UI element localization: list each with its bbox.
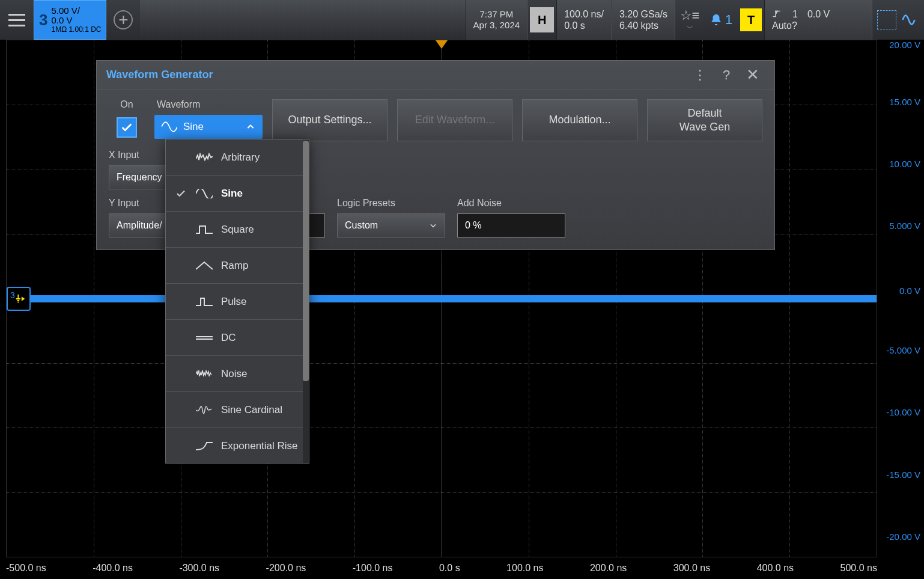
waveform-label: Waveform	[154, 99, 263, 110]
menu-button[interactable]	[0, 0, 34, 40]
noise-icon	[196, 369, 213, 379]
top-toolbar: 3 5.00 V/ 0.0 V 1MΩ 1.00:1 DC + 7:37 PM …	[0, 0, 924, 40]
option-label: Pulse	[221, 296, 247, 308]
channel-3-trace	[7, 295, 877, 302]
x-tick: 300.0 ns	[673, 563, 710, 574]
x-tick: -400.0 ns	[93, 563, 133, 574]
trigger-channel: 1	[792, 8, 798, 20]
y-tick: 0.0 V	[899, 286, 920, 296]
arb-icon	[196, 153, 213, 162]
on-checkbox[interactable]	[117, 117, 137, 138]
waveform-option-sine[interactable]: Sine	[166, 176, 309, 212]
x-tick: -300.0 ns	[179, 563, 219, 574]
option-label: Ramp	[221, 260, 248, 272]
waveform-selected: Sine	[183, 121, 204, 133]
add-channel-button[interactable]: +	[114, 10, 133, 29]
notification-count: 1	[725, 12, 732, 28]
channel-coupling: 1MΩ 1.00:1 DC	[51, 26, 101, 34]
x-tick: 100.0 ns	[506, 563, 543, 574]
x-tick: -500.0 ns	[6, 563, 46, 574]
x-tick: 400.0 ns	[757, 563, 794, 574]
channel-vdiv: 5.00 V/	[51, 6, 101, 16]
trigger-mode: Auto?	[772, 20, 865, 31]
option-label: DC	[221, 332, 236, 344]
check-icon	[120, 121, 133, 134]
waveform-option-ramp[interactable]: Ramp	[166, 248, 309, 284]
zoom-select-button[interactable]	[877, 10, 896, 29]
dialog-title: Waveform Generator	[106, 69, 685, 81]
channel-offset: 0.0 V	[51, 16, 101, 26]
x-tick: 200.0 ns	[590, 563, 627, 574]
bell-icon	[710, 13, 723, 26]
waveform-dropdown[interactable]: Sine	[154, 115, 263, 139]
waveform-option-exprise[interactable]: Exponential Rise	[166, 428, 309, 464]
waveform-option-dc[interactable]: DC	[166, 320, 309, 356]
x-axis: -500.0 ns -400.0 ns -300.0 ns -200.0 ns …	[6, 557, 877, 579]
on-label: On	[120, 99, 133, 110]
time-offset-value: 0.0 s	[564, 20, 604, 31]
trigger-button[interactable]: T	[740, 8, 762, 31]
close-icon: ✕	[746, 66, 759, 84]
close-button[interactable]: ✕	[741, 63, 765, 87]
pulse-icon	[196, 297, 213, 307]
y-input-dropdown[interactable]: Amplitude/	[109, 213, 169, 237]
option-label: Square	[221, 224, 254, 236]
timebase-value: 100.0 ns/	[564, 8, 604, 20]
default-wavegen-button[interactable]: DefaultWave Gen	[647, 99, 762, 141]
acquisition-box[interactable]: 3.20 GSa/s 6.40 kpts	[612, 0, 675, 40]
help-button[interactable]: ?	[714, 63, 738, 87]
y-tick: -5.000 V	[886, 345, 920, 355]
option-label: Sine Cardinal	[221, 404, 282, 416]
y-tick: 20.00 V	[889, 40, 920, 50]
chevron-down-icon	[429, 221, 437, 230]
waveform-option-pulse[interactable]: Pulse	[166, 284, 309, 320]
square-icon	[196, 225, 213, 234]
dialog-titlebar[interactable]: Waveform Generator ⋮ ? ✕	[97, 61, 774, 90]
logic-presets-label: Logic Presets	[337, 198, 445, 209]
output-settings-button[interactable]: Output Settings...	[272, 99, 388, 141]
y-tick: 15.00 V	[889, 97, 920, 107]
ground-icon	[14, 292, 27, 305]
kebab-icon: ⋮	[693, 67, 707, 83]
y-tick: -10.00 V	[886, 407, 920, 417]
waveform-option-sinc[interactable]: Sine Cardinal	[166, 392, 309, 428]
date-label: Apr 3, 2024	[473, 20, 520, 31]
x-tick: 500.0 ns	[840, 563, 877, 574]
waveform-option-noise[interactable]: Noise	[166, 356, 309, 392]
sample-points: 6.40 kpts	[619, 20, 667, 31]
x-tick: -200.0 ns	[266, 563, 306, 574]
trigger-position-marker[interactable]	[436, 40, 448, 49]
y-axis: 20.00 V 15.00 V 10.00 V 5.000 V 0.0 V -5…	[877, 40, 924, 557]
trigger-level: 0.0 V	[807, 8, 830, 20]
trigger-box[interactable]: 1 0.0 V Auto?	[764, 0, 872, 40]
edit-waveform-button[interactable]: Edit Waveform...	[397, 99, 512, 141]
exprise-icon	[196, 441, 213, 451]
sinc-icon	[196, 405, 213, 415]
x-input-dropdown[interactable]: Frequency	[109, 165, 169, 189]
datetime-box[interactable]: 7:37 PM Apr 3, 2024	[466, 0, 528, 40]
waveform-option-arb[interactable]: Arbitrary	[166, 139, 309, 176]
more-options-button[interactable]: ⋮	[688, 63, 712, 87]
x-input-label: X Input	[109, 150, 169, 161]
horizontal-button[interactable]: H	[530, 7, 554, 32]
chevron-down-icon: ﹀	[687, 23, 693, 32]
notifications-button[interactable]: 1	[704, 0, 738, 40]
waveform-option-square[interactable]: Square	[166, 212, 309, 248]
y-tick: -15.00 V	[886, 470, 920, 480]
x-tick: 0.0 s	[439, 563, 460, 574]
timebase-box[interactable]: 100.0 ns/ 0.0 s	[556, 0, 612, 40]
channel-info-box[interactable]: 3 5.00 V/ 0.0 V 1MΩ 1.00:1 DC	[34, 0, 106, 40]
y-tick: -20.00 V	[886, 532, 920, 542]
sine-mode-icon[interactable]	[901, 11, 919, 29]
option-label: Noise	[221, 368, 247, 380]
y-input-label: Y Input	[109, 198, 169, 209]
logic-presets-dropdown[interactable]: Custom	[337, 213, 445, 237]
sample-rate: 3.20 GSa/s	[619, 8, 667, 20]
option-label: Arbitrary	[221, 152, 260, 164]
add-noise-input[interactable]: 0 %	[457, 213, 565, 237]
modulation-button[interactable]: Modulation...	[522, 99, 637, 141]
channel-3-ground-marker[interactable]: 3	[7, 287, 31, 311]
dropdown-scrollbar[interactable]	[303, 139, 309, 463]
y-tick: 5.000 V	[889, 221, 920, 231]
favorites-button[interactable]: ☆≡ ﹀	[675, 0, 704, 40]
